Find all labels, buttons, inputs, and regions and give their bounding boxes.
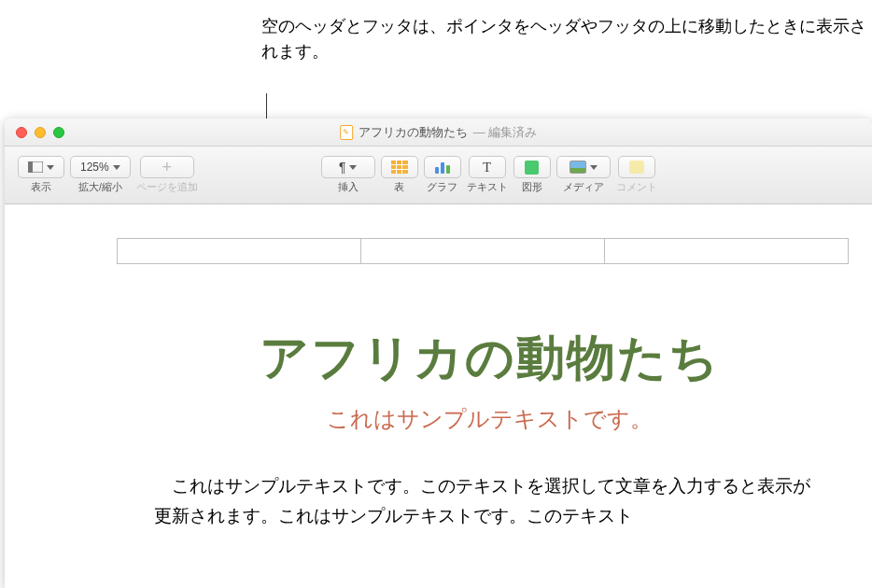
document-title[interactable]: アフリカの動物たち bbox=[154, 326, 825, 391]
text-label: テキスト bbox=[467, 181, 508, 194]
zoom-value: 125% bbox=[80, 161, 109, 174]
window-controls bbox=[5, 127, 64, 138]
chart-button[interactable] bbox=[424, 156, 461, 178]
chart-icon bbox=[435, 161, 450, 174]
document-name: アフリカの動物たち bbox=[359, 124, 468, 141]
window-title: ✎ アフリカの動物たち — 編集済み bbox=[340, 124, 538, 141]
header-field-center[interactable] bbox=[361, 239, 605, 263]
add-page-label: ページを追加 bbox=[136, 181, 198, 194]
table-icon bbox=[391, 161, 408, 174]
media-group: メディア bbox=[556, 156, 611, 194]
document-status: — 編集済み bbox=[473, 124, 538, 141]
plus-icon: + bbox=[162, 158, 172, 177]
app-window: ✎ アフリカの動物たち — 編集済み 表示 125% 拡大/縮小 + bbox=[5, 119, 872, 588]
header-region[interactable] bbox=[117, 238, 849, 264]
view-group: 表示 bbox=[18, 156, 64, 194]
table-button[interactable] bbox=[381, 156, 418, 178]
chevron-down-icon bbox=[590, 165, 598, 170]
chevron-down-icon bbox=[47, 165, 54, 170]
add-page-button[interactable]: + bbox=[140, 156, 194, 178]
svg-rect-1 bbox=[28, 161, 33, 173]
image-icon bbox=[570, 161, 586, 174]
comment-label: コメント bbox=[616, 181, 657, 194]
document-content[interactable]: アフリカの動物たち これはサンプルテキストです。 これはサンプルテキストです。こ… bbox=[154, 326, 825, 532]
insert-label: 挿入 bbox=[338, 181, 359, 194]
header-field-right[interactable] bbox=[605, 239, 848, 263]
text-group: T テキスト bbox=[467, 156, 508, 194]
callout-annotation: 空のヘッダとフッタは、ポインタをヘッダやフッタの上に移動したときに表示されます。 bbox=[261, 14, 872, 64]
shape-group: 図形 bbox=[513, 156, 551, 194]
media-button[interactable] bbox=[556, 156, 611, 178]
zoom-label: 拡大/縮小 bbox=[78, 181, 122, 194]
document-subtitle[interactable]: これはサンプルテキストです。 bbox=[154, 404, 825, 434]
header-field-left[interactable] bbox=[118, 239, 361, 263]
shape-button[interactable] bbox=[513, 156, 551, 178]
close-window-button[interactable] bbox=[16, 127, 27, 138]
panel-icon bbox=[28, 161, 43, 173]
zoom-group: 125% 拡大/縮小 bbox=[70, 156, 131, 194]
table-group: 表 bbox=[381, 156, 418, 194]
minimize-window-button[interactable] bbox=[35, 127, 46, 138]
document-area[interactable]: アフリカの動物たち これはサンプルテキストです。 これはサンプルテキストです。こ… bbox=[5, 204, 872, 588]
insert-group: ¶ 挿入 bbox=[321, 156, 375, 194]
pilcrow-icon: ¶ bbox=[339, 160, 346, 175]
add-page-group: + ページを追加 bbox=[136, 156, 198, 194]
shape-label: 図形 bbox=[522, 181, 542, 194]
zoom-button[interactable]: 125% bbox=[70, 156, 131, 178]
document-icon: ✎ bbox=[340, 125, 353, 140]
chevron-down-icon bbox=[113, 165, 120, 170]
text-button[interactable]: T bbox=[469, 156, 506, 178]
view-label: 表示 bbox=[31, 181, 51, 194]
document-body[interactable]: これはサンプルテキストです。このテキストを選択して文章を入力すると表示が更新され… bbox=[154, 471, 825, 532]
chart-group: グラフ bbox=[424, 156, 461, 194]
comment-group: コメント bbox=[616, 156, 657, 194]
comment-icon bbox=[629, 161, 644, 174]
titlebar: ✎ アフリカの動物たち — 編集済み bbox=[5, 119, 872, 147]
table-label: 表 bbox=[394, 181, 404, 194]
zoom-window-button[interactable] bbox=[53, 127, 64, 138]
view-button[interactable] bbox=[18, 156, 64, 178]
comment-button[interactable] bbox=[618, 156, 655, 178]
text-icon: T bbox=[483, 160, 491, 175]
media-label: メディア bbox=[563, 181, 604, 194]
toolbar: 表示 125% 拡大/縮小 + ページを追加 ¶ 挿入 bbox=[5, 147, 872, 204]
chevron-down-icon bbox=[349, 165, 357, 170]
insert-button[interactable]: ¶ bbox=[321, 156, 375, 178]
chart-label: グラフ bbox=[427, 181, 457, 194]
square-icon bbox=[525, 161, 539, 175]
